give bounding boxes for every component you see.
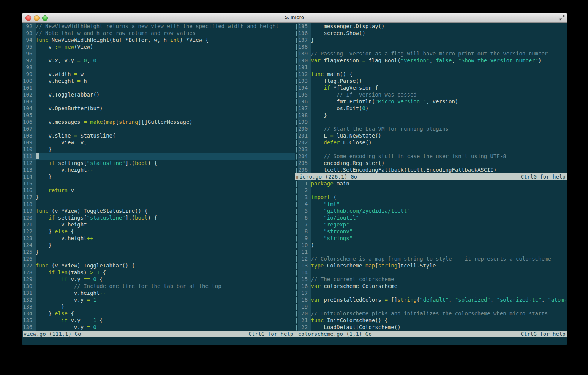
code-line[interactable]: |201 L = lua.NewState(): [295, 132, 567, 139]
code-line[interactable]: 92// NewViewWidthHeight returns a new vi…: [23, 23, 295, 30]
code-line[interactable]: 119func (v *View) ToggleStatusLine() {: [23, 207, 295, 214]
code-line[interactable]: |19: [295, 303, 567, 310]
code-line[interactable]: 117}: [23, 194, 295, 201]
code-line[interactable]: 100 v.height = h: [23, 78, 295, 84]
code-line[interactable]: 112 if settings["statusline"].(bool) {: [23, 160, 295, 166]
code-line[interactable]: 136 v.y = 0: [23, 324, 295, 331]
code-line[interactable]: 99 v.width = w: [23, 71, 295, 78]
code-line[interactable]: 134 } else {: [23, 310, 295, 317]
code-line[interactable]: 132 v.y = 1: [23, 296, 295, 303]
code-line[interactable]: 122 } else {: [23, 228, 295, 235]
code-line[interactable]: 113 v.height--: [23, 166, 295, 173]
code-line[interactable]: |14: [295, 269, 567, 276]
editor-pane-micro-go[interactable]: |185 messenger.Display()|186 screen.Show…: [295, 23, 567, 173]
editor-pane-colorscheme-go[interactable]: |1package main|2|3import (|4 "fmt"|5 "gi…: [295, 180, 567, 331]
code-line[interactable]: 133 }: [23, 303, 295, 310]
code-line[interactable]: |192func main() {: [295, 71, 567, 78]
code-line[interactable]: 126: [23, 255, 295, 262]
code-line[interactable]: 118: [23, 201, 295, 207]
code-line[interactable]: |9 "strings": [295, 235, 567, 242]
code-line[interactable]: |204 // Some encoding stuff in case the …: [295, 153, 567, 160]
code-line[interactable]: |196 fmt.Println("Micro version:", Versi…: [295, 98, 567, 105]
code-line[interactable]: |186 screen.Show(): [295, 30, 567, 36]
code-line[interactable]: |200 // Start the Lua VM for running plu…: [295, 125, 567, 132]
code-line[interactable]: 96: [23, 50, 295, 57]
code-line[interactable]: |189// Passing -version as a flag will h…: [295, 50, 567, 57]
code-line[interactable]: |12// Colorscheme is a map from string t…: [295, 255, 567, 262]
code-line[interactable]: 130 // Include one line for the tab bar …: [23, 283, 295, 290]
code-line[interactable]: 98: [23, 64, 295, 71]
code-line[interactable]: 125}: [23, 248, 295, 255]
title-bar[interactable]: 5. micro: [22, 13, 567, 23]
code-line[interactable]: 108 v.sline = Statusline{: [23, 132, 295, 139]
code-line[interactable]: |4 "fmt": [295, 201, 567, 207]
code-line[interactable]: |193 flag.Parse(): [295, 78, 567, 84]
code-line[interactable]: 114 }: [23, 173, 295, 180]
code-line[interactable]: 129 if v.y == 0 {: [23, 276, 295, 283]
code-line[interactable]: |195 // If -version was passed: [295, 91, 567, 98]
code-line[interactable]: |20// InitColorscheme picks and initiali…: [295, 310, 567, 317]
code-line[interactable]: |202 defer L.Close(): [295, 139, 567, 146]
code-line[interactable]: 123 v.height++: [23, 235, 295, 242]
code-line[interactable]: |199: [295, 119, 567, 125]
code-token: v.height: [36, 235, 87, 241]
code-line[interactable]: 104 v.OpenBuffer(buf): [23, 105, 295, 112]
code-line[interactable]: 105: [23, 112, 295, 119]
code-line[interactable]: |6 "io/ioutil": [295, 214, 567, 221]
code-line[interactable]: |15// The current colorscheme: [295, 276, 567, 283]
code-line[interactable]: 120 if settings["statusline"].(bool) {: [23, 214, 295, 221]
code-line[interactable]: |205 encoding.Register(): [295, 160, 567, 166]
code-line[interactable]: 106 v.messages = make(map[string][]Gutte…: [23, 119, 295, 125]
code-line[interactable]: |11: [295, 248, 567, 255]
code-line[interactable]: |197 os.Exit(0): [295, 105, 567, 112]
code-line[interactable]: 110 }: [23, 146, 295, 153]
code-line[interactable]: |10): [295, 242, 567, 248]
code-line[interactable]: |187}: [295, 36, 567, 43]
code-line[interactable]: |185 messenger.Display(): [295, 23, 567, 30]
code-line[interactable]: 135 if v.y == 1 {: [23, 317, 295, 324]
code-line[interactable]: |190var flagVersion = flag.Bool("version…: [295, 57, 567, 64]
code-line[interactable]: 127func (v *View) ToggleTabbar() {: [23, 262, 295, 269]
code-token: 0: [84, 57, 87, 63]
code-line[interactable]: 102 v.ToggleTabbar(): [23, 91, 295, 98]
code-line[interactable]: |22 LoadDefaultColorscheme(): [295, 324, 567, 331]
code-line[interactable]: 101: [23, 84, 295, 91]
code-line[interactable]: 93// Note that w and h are raw column an…: [23, 30, 295, 36]
code-line[interactable]: |3import (: [295, 194, 567, 201]
code-line[interactable]: |203: [295, 146, 567, 153]
command-line[interactable]: [22, 337, 567, 345]
code-line[interactable]: |7 "regexp": [295, 221, 567, 228]
code-line[interactable]: |194 if *flagVersion {: [295, 84, 567, 91]
code-line[interactable]: 116 return v: [23, 187, 295, 194]
code-line[interactable]: 103: [23, 98, 295, 105]
code-line[interactable]: |8 "strconv": [295, 228, 567, 235]
code-line[interactable]: |1package main: [295, 180, 567, 187]
code-line[interactable]: |16var colorscheme Colorscheme: [295, 283, 567, 290]
code-line[interactable]: |5 "github.com/zyedidia/tcell": [295, 207, 567, 214]
code-line[interactable]: 109 view: v,: [23, 139, 295, 146]
code-line[interactable]: 97 v.x, v.y = 0, 0: [23, 57, 295, 64]
code-line[interactable]: 131 v.height--: [23, 290, 295, 296]
fullscreen-expand-icon[interactable]: [559, 14, 565, 21]
code-line[interactable]: 124 }: [23, 242, 295, 248]
code-line[interactable]: 107: [23, 125, 295, 132]
code-line[interactable]: 128 if len(tabs) > 1 {: [23, 269, 295, 276]
code-line[interactable]: |18var preInstalledColors = []string{"de…: [295, 296, 567, 303]
code-line[interactable]: |21func InitColorscheme() {: [295, 317, 567, 324]
code-token: "Show the version number": [458, 57, 538, 63]
code-line[interactable]: |13type Colorscheme map[string]tcell.Sty…: [295, 262, 567, 269]
code-line[interactable]: |2: [295, 187, 567, 194]
code-line[interactable]: |198 }: [295, 112, 567, 119]
code-line[interactable]: 95 v := new(View): [23, 43, 295, 50]
code-line[interactable]: 94func NewViewWidthHeight(buf *Buffer, w…: [23, 36, 295, 43]
code-line[interactable]: |17: [295, 290, 567, 296]
code-line[interactable]: 111: [23, 153, 295, 160]
line-number: 133: [23, 303, 36, 310]
code-line[interactable]: |188: [295, 43, 567, 50]
code-line[interactable]: |206 tcell.SetEncodingFallback(tcell.Enc…: [295, 166, 567, 173]
code-line[interactable]: 115: [23, 180, 295, 187]
code-line[interactable]: 121 v.height--: [23, 221, 295, 228]
editor-pane-view-go[interactable]: 92// NewViewWidthHeight returns a new vi…: [23, 23, 295, 331]
code-line[interactable]: |191: [295, 64, 567, 71]
line-number: 105: [23, 112, 36, 119]
